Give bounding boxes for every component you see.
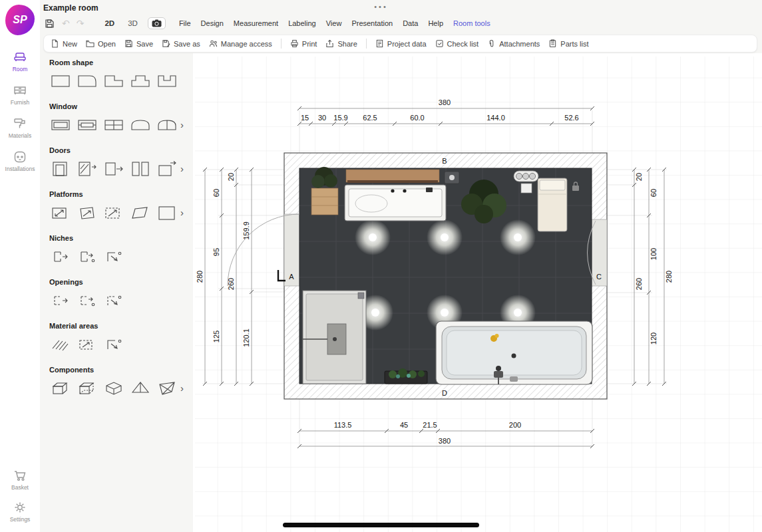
window-menu-dots[interactable]: ••• [374,3,388,11]
platform-slab[interactable] [129,203,152,223]
undo-icon[interactable]: ↶ [62,18,70,29]
door-single[interactable] [49,159,72,179]
spotlight-bar[interactable] [514,171,538,182]
material-dashed-area[interactable] [76,334,98,354]
niche-channel[interactable] [49,247,72,267]
parts-list-button[interactable]: Parts list [548,39,588,48]
sidebar-item-label: Installations [5,166,35,172]
attachments-button[interactable]: Attachments [487,39,540,48]
menu-item-data[interactable]: Data [403,19,418,27]
window-cross[interactable] [102,115,125,135]
redo-icon[interactable]: ↷ [77,18,85,29]
save-icon [124,39,133,48]
chevron-right-icon[interactable]: › [180,164,184,174]
wall-switch[interactable] [521,184,532,193]
side-cabinet[interactable] [311,188,338,215]
quick-save-button[interactable] [43,17,55,29]
button-label: Save as [174,40,200,48]
lounger[interactable] [538,178,567,231]
wood-shelf[interactable] [346,170,439,183]
manage-access-button[interactable]: Manage access [209,39,272,48]
platform-plain[interactable] [156,203,178,223]
platform-dashed[interactable] [102,203,125,223]
room-shape-u[interactable] [156,71,178,91]
vanity-sink[interactable] [345,185,446,221]
component-prism[interactable] [102,378,125,398]
window-arched-cross[interactable] [156,115,178,135]
view-2d-button[interactable]: 2D [101,18,118,29]
menu-item-file[interactable]: File [179,19,191,27]
menu-item-design[interactable]: Design [201,19,224,27]
component-cube-wire[interactable] [76,378,98,398]
menu-item-help[interactable]: Help [428,19,443,27]
material-corner-area[interactable] [102,334,125,354]
print-button[interactable]: Print [290,39,317,48]
menu-item-presentation[interactable]: Presentation [351,19,393,27]
component-frustum[interactable] [156,378,178,398]
sidebar-item-furnish[interactable]: Furnish [1,83,39,106]
menu-item-view[interactable]: View [326,19,342,27]
view-3d-button[interactable]: 3D [124,18,141,29]
menu-item-measurement[interactable]: Measurement [234,19,278,27]
check-list-button[interactable]: Check list [435,39,479,48]
niche-channel-marker[interactable] [76,247,98,267]
opening-dashed[interactable] [49,291,72,311]
material-hatch-icon [49,334,72,354]
open-button[interactable]: Open [86,39,116,48]
chevron-right-icon[interactable]: › [180,383,184,393]
window-standard[interactable] [49,115,72,135]
room-shape-l[interactable] [102,71,125,91]
platform-rect-resize[interactable] [49,203,72,223]
window-arched[interactable] [129,115,152,135]
sidebar-item-room[interactable]: Room [1,50,39,72]
door-double[interactable] [129,159,152,179]
button-label: Open [98,40,116,48]
window-arched-icon [129,115,152,135]
platform-plain-icon [156,203,178,223]
svg-text:280: 280 [665,271,673,283]
chevron-right-icon[interactable]: › [180,207,184,217]
room-shape-rect[interactable] [49,71,72,91]
app-logo[interactable]: SP [5,5,35,35]
svg-text:100: 100 [650,248,658,260]
component-cube[interactable] [49,378,72,398]
snapshot-button[interactable] [148,17,166,29]
material-hatch[interactable] [49,334,72,354]
toolbar-separator [281,39,282,49]
sidebar-item-basket[interactable]: Basket [1,468,39,491]
shower[interactable] [303,291,366,384]
new-button[interactable]: New [51,39,77,48]
door-slide-right[interactable] [102,159,125,179]
menu-item-room-tools[interactable]: Room tools [453,19,490,27]
wall-accessory[interactable] [445,172,459,184]
plan-canvas[interactable]: 380 15 30 15.9 62.5 60.0 144.0 52.6 [193,53,762,532]
section-room-shape: Room shape [49,59,193,91]
share-button[interactable]: Share [325,39,357,48]
horizontal-scrollbar[interactable] [283,523,479,527]
component-pyramid[interactable] [129,378,152,398]
save-as-button[interactable]: Save as [162,39,200,48]
sidebar-item-settings[interactable]: Settings [1,500,39,523]
sidebar-item-materials[interactable]: Materials [1,116,39,139]
door-glass[interactable] [76,159,98,179]
svg-text:30: 30 [318,114,326,122]
project-data-button[interactable]: Project data [375,39,427,48]
door-slide-top[interactable] [156,159,178,179]
platform-poly-resize[interactable] [76,203,98,223]
share-icon [325,39,334,48]
button-label: New [63,40,77,48]
opening-corner[interactable] [102,291,125,311]
menu-item-labeling[interactable]: Labeling [288,19,316,27]
section-title: Niches [49,234,193,242]
opening-dashed-marker[interactable] [76,291,98,311]
chevron-right-icon[interactable]: › [180,120,184,130]
room-icon [13,50,27,65]
niche-corner[interactable] [102,247,125,267]
bathtub[interactable] [436,321,592,384]
sidebar-item-installations[interactable]: Installations [1,150,39,172]
floor-plan-svg[interactable]: 380 15 30 15.9 62.5 60.0 144.0 52.6 [193,53,762,532]
room-shape-t[interactable] [129,71,152,91]
window-inset[interactable] [76,115,98,135]
room-shape-chamfer[interactable] [76,71,98,91]
save-button[interactable]: Save [124,39,153,48]
